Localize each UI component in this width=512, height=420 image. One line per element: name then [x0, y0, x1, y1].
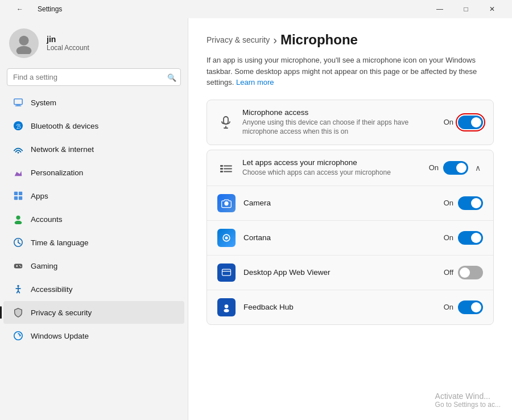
camera-app-control: On — [444, 196, 483, 210]
search-icon: 🔍 — [167, 73, 176, 81]
feedback-hub-app-state: On — [444, 303, 453, 311]
user-account-type: Local Account — [47, 44, 89, 52]
svg-point-1 — [16, 46, 32, 54]
cortana-app-state: On — [444, 233, 453, 242]
app-title: Settings — [38, 5, 62, 13]
search-input[interactable] — [7, 68, 181, 86]
desktop-web-app-toggle[interactable] — [458, 266, 483, 279]
svg-point-7 — [18, 152, 19, 154]
sidebar-item-windows-update[interactable]: Windows Update — [3, 324, 184, 347]
app-body: jin Local Account 🔍 System — [0, 18, 512, 420]
let-apps-access-control: On ∧ — [429, 161, 483, 175]
sidebar-item-accounts-label: Accounts — [31, 215, 63, 224]
svg-rect-11 — [19, 196, 22, 200]
let-apps-access-toggle[interactable] — [443, 161, 468, 175]
svg-point-12 — [16, 216, 20, 220]
sidebar-item-system[interactable]: System — [3, 91, 184, 114]
learn-more-link[interactable]: Learn more — [236, 78, 274, 87]
let-apps-access-state: On — [429, 163, 439, 172]
svg-rect-41 — [222, 269, 231, 275]
sidebar-item-time[interactable]: Time & language — [3, 231, 184, 254]
page-description: If an app is using your microphone, you'… — [207, 55, 494, 88]
microphone-access-toggle[interactable] — [458, 116, 483, 129]
svg-point-13 — [15, 221, 22, 224]
svg-rect-2 — [14, 99, 22, 105]
sidebar-item-bluetooth[interactable]: ℬ Bluetooth & devices — [3, 114, 184, 137]
let-apps-access-desc: Choose which apps can access your microp… — [242, 168, 421, 178]
sidebar-item-gaming-label: Gaming — [31, 262, 57, 270]
camera-app-icon — [217, 194, 236, 212]
camera-app-text: Camera — [243, 199, 436, 207]
sidebar-nav: System ℬ Bluetooth & devices — [0, 90, 188, 348]
microphone-access-control: On — [444, 116, 483, 129]
breadcrumb-parent[interactable]: Privacy & security — [207, 35, 270, 44]
desktop-web-app-control: Off — [444, 266, 483, 279]
camera-app-toggle[interactable] — [458, 196, 483, 210]
cortana-app-control: On — [444, 231, 483, 245]
back-button[interactable]: ← — [7, 0, 33, 18]
svg-rect-4 — [15, 105, 22, 106]
svg-line-26 — [18, 291, 20, 294]
sidebar-item-network[interactable]: Network & internet — [3, 138, 184, 160]
microphone-icon — [217, 114, 234, 131]
title-bar-left: ← Settings — [7, 0, 62, 18]
sidebar-item-personalization[interactable]: Personalization — [3, 161, 184, 184]
microphone-access-state: On — [444, 118, 453, 126]
microphone-access-title: Microphone access — [242, 108, 436, 117]
sidebar-item-apps[interactable]: Apps — [3, 184, 184, 207]
desktop-web-app-state: Off — [444, 268, 453, 277]
accounts-icon — [13, 213, 24, 225]
svg-rect-17 — [14, 263, 22, 268]
user-name: jin — [47, 35, 89, 44]
sidebar-item-personalization-label: Personalization — [31, 168, 83, 177]
desktop-web-app-name: Desktop App Web Viewer — [243, 268, 436, 277]
microphone-access-row: Microphone access Anyone using this devi… — [207, 100, 493, 145]
search-box: 🔍 — [7, 68, 181, 86]
sidebar-item-time-label: Time & language — [31, 238, 89, 247]
cortana-app-icon — [217, 229, 236, 247]
main-content: Privacy & security › Microphone If an ap… — [188, 18, 512, 420]
svg-point-21 — [20, 266, 22, 267]
sidebar-item-privacy-label: Privacy & security — [31, 308, 92, 317]
let-apps-access-text: Let apps access your microphone Choose w… — [242, 158, 421, 178]
maximize-button[interactable]: □ — [453, 0, 479, 18]
svg-point-22 — [17, 285, 19, 287]
sidebar-item-accessibility[interactable]: Accessibility — [3, 278, 184, 300]
let-apps-access-row: Let apps access your microphone Choose w… — [207, 150, 493, 186]
close-button[interactable]: ✕ — [479, 0, 505, 18]
sidebar-item-gaming[interactable]: Gaming — [3, 254, 184, 277]
cortana-app-toggle[interactable] — [458, 231, 483, 245]
breadcrumb-separator: › — [273, 34, 277, 47]
svg-point-44 — [224, 309, 229, 312]
personalization-icon — [13, 167, 24, 178]
svg-rect-9 — [19, 192, 22, 195]
svg-point-40 — [225, 236, 228, 239]
page-title: Microphone — [280, 32, 358, 48]
desktop-web-app-row: Desktop App Web Viewer Off — [207, 255, 493, 290]
gaming-icon — [13, 260, 24, 271]
sidebar-item-system-label: System — [31, 98, 56, 107]
camera-app-state: On — [444, 199, 453, 207]
sidebar-item-accounts[interactable]: Accounts — [3, 208, 184, 230]
svg-rect-31 — [220, 165, 223, 167]
let-apps-access-card: Let apps access your microphone Choose w… — [207, 150, 494, 325]
minimize-button[interactable]: — — [427, 0, 453, 18]
sidebar: jin Local Account 🔍 System — [0, 18, 188, 420]
sidebar-item-privacy[interactable]: Privacy & security — [3, 301, 184, 324]
apps-access-icon — [217, 159, 234, 176]
sidebar-item-accessibility-label: Accessibility — [31, 285, 73, 294]
camera-app-name: Camera — [243, 199, 436, 207]
let-apps-chevron[interactable]: ∧ — [473, 161, 483, 175]
network-icon — [13, 143, 24, 155]
sidebar-item-windows-update-label: Windows Update — [31, 332, 89, 340]
svg-rect-8 — [14, 192, 18, 195]
camera-app-row: Camera On — [207, 186, 493, 220]
user-section[interactable]: jin Local Account — [0, 18, 188, 66]
feedback-hub-app-text: Feedback Hub — [243, 303, 436, 311]
svg-text:ℬ: ℬ — [16, 123, 21, 130]
feedback-hub-app-row: Feedback Hub On — [207, 290, 493, 324]
feedback-hub-app-toggle[interactable] — [458, 300, 483, 314]
microphone-access-card: Microphone access Anyone using this devi… — [207, 100, 494, 146]
title-bar: ← Settings — □ ✕ — [0, 0, 512, 18]
activation-watermark: Activate Wind... Go to Settings to ac... — [435, 392, 501, 409]
